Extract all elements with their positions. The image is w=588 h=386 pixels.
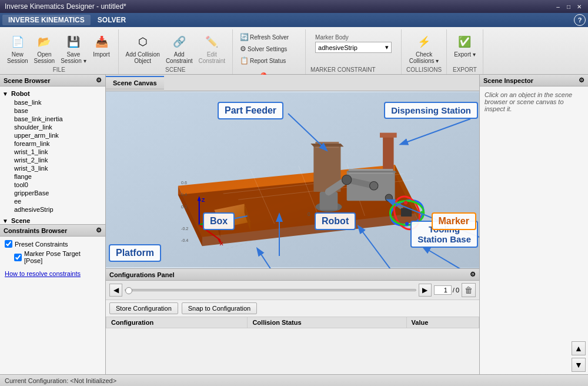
help-button[interactable]: ? xyxy=(574,14,586,26)
edit-constraint-icon: ✏️ xyxy=(203,34,220,50)
config-col-header: Configuration xyxy=(106,317,248,328)
export-group-label: EXPORT xyxy=(453,66,477,74)
check-collisions-label: CheckCollisions ▾ xyxy=(409,51,439,64)
tree-item-wrist1-link[interactable]: wrist_1_link xyxy=(0,148,105,156)
scene-inspector: Scene Inspector ⚙ Click on an object in … xyxy=(479,75,588,374)
config-prev-button[interactable]: ◀ xyxy=(109,284,122,297)
tree-item-base[interactable]: base xyxy=(0,107,105,115)
box-annotation: Box xyxy=(203,212,235,230)
constraints-browser-options-icon[interactable]: ⚙ xyxy=(96,227,102,234)
tree-item-gripper-base[interactable]: gripperBase xyxy=(0,189,105,197)
tree-item-wrist2-link[interactable]: wrist_2_link xyxy=(0,156,105,164)
edit-constraint-label: EditConstraint xyxy=(198,51,225,64)
inspector-scroll-controls: ▲ ▼ xyxy=(480,339,588,374)
inspector-options-icon[interactable]: ⚙ xyxy=(579,76,584,84)
save-session-button[interactable]: 💾 SaveSession ▾ xyxy=(58,32,88,66)
tree-item-wrist3-link[interactable]: wrist_3_link xyxy=(0,164,105,172)
tree-expand-robot-icon: ▼ xyxy=(2,91,8,97)
add-constraint-icon: 🔗 xyxy=(171,34,188,50)
platform-annotation: Platform xyxy=(109,244,161,262)
config-slider[interactable] xyxy=(125,286,416,294)
menubar: INVERSE KINEMATICS SOLVER ? xyxy=(0,13,588,27)
inspector-title: Scene Inspector xyxy=(483,77,533,84)
svg-line-56 xyxy=(401,119,470,144)
new-session-label: NewSession xyxy=(7,51,28,64)
export-icon: ✅ xyxy=(456,34,473,50)
scene-tree: ▼ Robot base_link base base_link_inertia… xyxy=(0,86,105,224)
save-session-label: SaveSession ▾ xyxy=(61,51,86,64)
open-session-icon: 📂 xyxy=(36,34,52,50)
collisions-group-label: COLLISIONS xyxy=(406,66,442,74)
window-controls[interactable]: – □ ✕ xyxy=(554,2,583,11)
report-status-button[interactable]: 📋 Report Status xyxy=(238,55,291,66)
marker-body-dropdown[interactable]: adhesiveStrip ▾ xyxy=(315,42,392,53)
export-button[interactable]: ✅ Export ▾ xyxy=(452,32,478,59)
inspector-scroll-down-button[interactable]: ▼ xyxy=(572,358,586,372)
add-constraint-button[interactable]: 🔗 AddConstraint xyxy=(163,32,195,66)
report-status-icon: 📋 xyxy=(240,56,249,65)
maximize-btn[interactable]: □ xyxy=(564,2,573,11)
tree-item-base-link[interactable]: base_link xyxy=(0,98,105,107)
tree-item-tool0[interactable]: tool0 xyxy=(0,181,105,189)
import-button[interactable]: 📥 Import xyxy=(90,32,113,59)
snap-to-config-button[interactable]: Snap to Configuration xyxy=(182,302,257,314)
preset-constraints-checkbox[interactable] xyxy=(5,240,12,248)
ribbon-group-collisions: ⚡ CheckCollisions ▾ COLLISIONS xyxy=(402,29,447,74)
marker-pose-target-checkbox[interactable] xyxy=(14,254,22,261)
menu-solver[interactable]: SOLVER xyxy=(92,15,132,25)
current-page[interactable]: 1 xyxy=(434,285,452,295)
config-table-container: Configuration Collision Status Value xyxy=(106,317,479,328)
minimize-btn[interactable]: – xyxy=(554,2,562,11)
config-action-buttons: Store Configuration Snap to Configuratio… xyxy=(106,300,479,317)
marker-constraint-group-label: MARKER CONSTRAINT xyxy=(310,66,376,74)
annotations-overlay: Part Feeder xyxy=(106,91,479,268)
store-config-button[interactable]: Store Configuration xyxy=(109,302,178,314)
config-controls: ◀ ▶ 1 / 0 🗑 xyxy=(106,281,479,300)
add-constraint-label: AddConstraint xyxy=(166,51,193,64)
import-label: Import xyxy=(93,51,109,58)
how-to-resolve-link[interactable]: How to resolve constraints xyxy=(0,268,105,279)
scene-canvas-tab[interactable]: Scene Canvas xyxy=(106,76,164,89)
config-next-button[interactable]: ▶ xyxy=(419,284,432,297)
dropdown-chevron-icon: ▾ xyxy=(385,44,389,51)
config-panel-options-icon[interactable]: ⚙ xyxy=(470,271,476,278)
solver-settings-button[interactable]: ⚙ Solver Settings xyxy=(238,44,291,54)
tree-item-ee[interactable]: ee xyxy=(0,197,105,205)
report-status-label: Report Status xyxy=(250,58,286,64)
statusbar: Current Configuration: <Not Initialized> xyxy=(0,374,588,386)
open-session-button[interactable]: 📂 OpenSession xyxy=(32,32,58,66)
tree-group-scene[interactable]: ▼ Scene xyxy=(0,216,105,224)
new-session-button[interactable]: 📄 NewSession xyxy=(5,32,31,66)
menu-inverse-kinematics[interactable]: INVERSE KINEMATICS xyxy=(2,15,91,25)
marker-annotation: Marker xyxy=(432,212,476,230)
tree-item-base-link-inertia[interactable]: base_link_inertia xyxy=(0,115,105,123)
add-collision-object-button[interactable]: ⬡ Add CollisionObject xyxy=(123,32,162,66)
constraints-body: Preset Constraints Marker Pose Target [P… xyxy=(0,237,105,268)
scene-canvas[interactable]: Z y X 0 xyxy=(106,91,479,268)
tree-item-upper-arm-link[interactable]: upper_arm_link xyxy=(0,131,105,139)
collision-col-header: Collision Status xyxy=(248,317,406,328)
ribbon-group-ik: 🔄 Refresh Solver ⚙ Solver Settings 📋 Rep… xyxy=(233,29,306,74)
scene-browser-options-icon[interactable]: ⚙ xyxy=(96,76,102,84)
inspector-placeholder: Click on an object in the scene browser … xyxy=(485,91,572,112)
tree-item-forearm-link[interactable]: forearm_link xyxy=(0,139,105,148)
config-panel: Configurations Panel ⚙ ◀ ▶ 1 / 0 🗑 xyxy=(106,268,479,374)
tree-item-flange[interactable]: flange xyxy=(0,172,105,181)
refresh-solver-button[interactable]: 🔄 Refresh Solver xyxy=(238,32,291,42)
check-collisions-button[interactable]: ⚡ CheckCollisions ▾ xyxy=(407,32,442,66)
add-collision-icon: ⬡ xyxy=(135,34,151,50)
config-panel-title: Configurations Panel xyxy=(109,271,175,278)
page-separator: / xyxy=(453,287,455,294)
inspector-scroll-up-button[interactable]: ▲ xyxy=(572,341,586,355)
delete-config-button[interactable]: 🗑 xyxy=(462,283,476,297)
constraints-browser: Constraints Browser ⚙ Preset Constraints… xyxy=(0,224,105,374)
solver-settings-label: Solver Settings xyxy=(248,46,287,52)
close-btn[interactable]: ✕ xyxy=(575,2,583,11)
tree-item-adhesive-strip[interactable]: adhesiveStrip xyxy=(0,205,105,214)
export-label: Export ▾ xyxy=(454,51,476,58)
edit-constraint-button[interactable]: ✏️ EditConstraint xyxy=(196,32,228,66)
tree-item-shoulder-link[interactable]: shoulder_link xyxy=(0,123,105,131)
tree-group-robot[interactable]: ▼ Robot xyxy=(0,89,105,98)
svg-line-59 xyxy=(258,249,305,268)
preset-constraints-group: Preset Constraints xyxy=(5,239,101,249)
